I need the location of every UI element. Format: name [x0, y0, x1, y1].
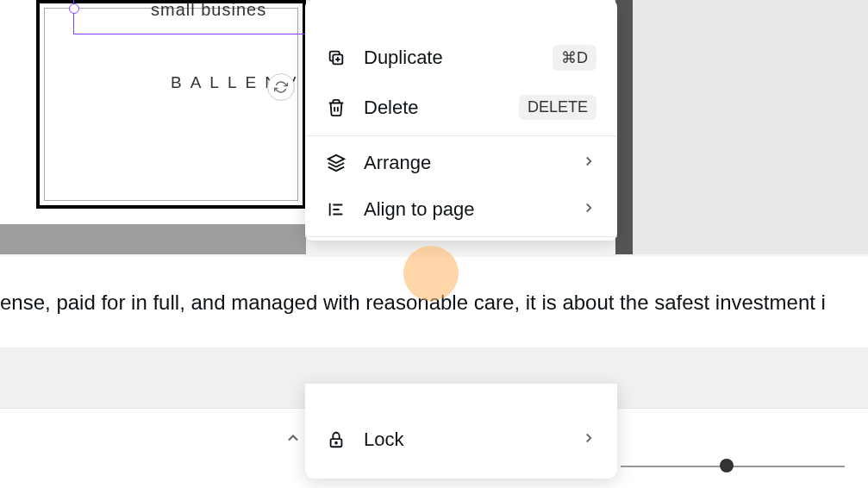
canvas-workspace[interactable]	[633, 0, 868, 254]
zoom-caret-icon[interactable]	[284, 429, 302, 451]
menu-divider	[305, 236, 617, 237]
canvas-edge-dark	[615, 0, 633, 254]
canvas-area[interactable]: 2 small busines BALLENV	[0, 0, 306, 254]
paste-icon	[326, 3, 347, 23]
menu-item-lock[interactable]: Lock	[305, 416, 617, 463]
context-menu: Paste ⌘V Duplicate ⌘D Delete DELETE	[305, 0, 617, 241]
menu-item-duplicate[interactable]: Duplicate ⌘D	[305, 33, 617, 83]
selection-handle-left[interactable]	[69, 3, 79, 14]
lock-label: Lock	[364, 429, 564, 451]
layers-icon	[326, 153, 347, 173]
city-image-strip	[0, 224, 306, 254]
menu-item-align[interactable]: Align to page	[305, 186, 617, 233]
cursor-highlight	[403, 246, 459, 301]
menu-divider	[305, 135, 617, 136]
refresh-icon[interactable]	[267, 73, 295, 101]
duplicate-label: Duplicate	[364, 47, 535, 69]
duplicate-shortcut: ⌘D	[553, 45, 596, 71]
lock-icon	[326, 429, 347, 450]
delete-shortcut: DELETE	[519, 95, 596, 120]
chevron-right-icon	[581, 153, 596, 173]
menu-item-paste[interactable]: Paste ⌘V	[305, 0, 617, 33]
trash-icon	[326, 97, 347, 118]
svg-point-2	[335, 442, 337, 444]
chevron-right-icon	[581, 430, 596, 450]
menu-item-arrange[interactable]: Arrange	[305, 140, 617, 186]
arrange-label: Arrange	[364, 152, 564, 174]
design-inner-border	[44, 8, 298, 201]
chevron-right-icon	[581, 200, 596, 220]
align-label: Align to page	[364, 198, 564, 221]
design-subtitle[interactable]: small busines	[151, 0, 266, 20]
zoom-slider-thumb[interactable]	[720, 459, 734, 472]
duplicate-icon	[326, 47, 347, 68]
menu-item-delete[interactable]: Delete DELETE	[305, 83, 617, 132]
align-icon	[326, 199, 347, 220]
context-menu-bottom: Link Lock	[305, 384, 617, 479]
delete-label: Delete	[364, 97, 502, 119]
